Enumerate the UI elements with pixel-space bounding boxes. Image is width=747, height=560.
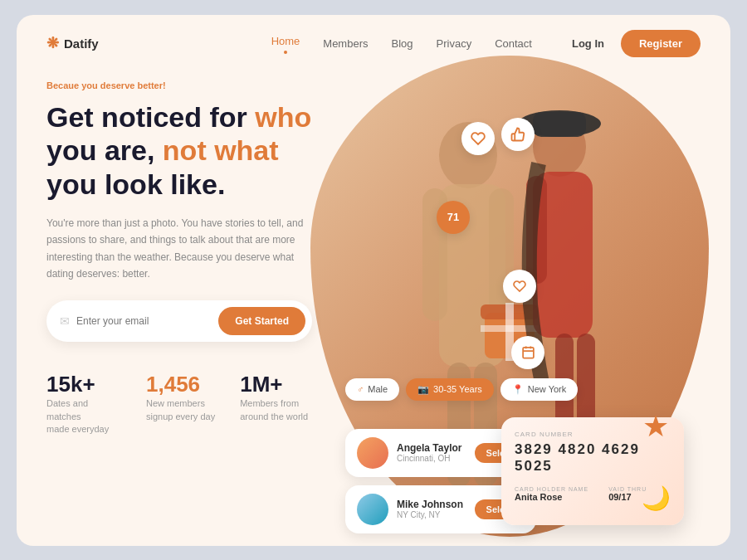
email-input[interactable] (76, 315, 218, 327)
card-holder-field: CARD HOLDER NAME Anita Rose (515, 486, 588, 502)
card-number: 3829 4820 4629 5025 (515, 441, 671, 475)
nav-link-members[interactable]: Members (323, 37, 368, 50)
email-icon: ✉ (60, 314, 70, 328)
stat-members: 1,456 New memberssignup every day (146, 372, 215, 436)
register-button[interactable]: Register (621, 30, 701, 57)
filter-gender-label: Male (368, 384, 388, 394)
filter-age[interactable]: 📷 30-35 Years (406, 378, 494, 401)
headline-part1: Get noticed for (46, 101, 255, 133)
hero-left: Becaue you deserve better! Get noticed f… (46, 72, 362, 546)
stat-world: 1M+ Members fromaround the world (240, 372, 308, 436)
page-wrapper: ❋ Datify Home Members Blog Privacy Conta… (17, 15, 730, 546)
stat-number-members: 1,456 (146, 372, 215, 397)
location-icon: 📍 (512, 384, 524, 395)
login-button[interactable]: Log In (572, 37, 604, 50)
svg-rect-12 (533, 112, 586, 137)
filter-location-label: New York (528, 384, 566, 394)
headline-part3: you look like. (46, 168, 225, 200)
headline-part2: you are, (46, 134, 163, 166)
svg-rect-3 (489, 188, 514, 321)
nav-actions: Log In Register (572, 30, 701, 57)
card-moon-icon: 🌙 (642, 485, 671, 512)
nav-item-privacy[interactable]: Privacy (437, 36, 472, 51)
get-started-button[interactable]: Get Started (218, 307, 305, 335)
member-location-mike: NY City, NY (397, 510, 466, 519)
float-icon-calendar (511, 336, 544, 369)
float-icon-heart (461, 122, 495, 155)
stat-dates: 15k+ Dates and matchesmade everyday (46, 372, 121, 436)
stat-label-members: New memberssignup every day (146, 397, 215, 423)
stat-label-dates: Dates and matchesmade everyday (46, 397, 121, 436)
float-icon-love (503, 270, 536, 303)
member-info-angela: Angela Taylor Cincinnati, OH (397, 442, 466, 463)
age-icon: 📷 (417, 384, 429, 395)
headline-highlight1: who (255, 101, 311, 133)
avatar-mike (357, 494, 388, 525)
stat-number-dates: 15k+ (46, 372, 121, 397)
nav-item-members[interactable]: Members (323, 36, 368, 51)
logo-icon: ❋ (46, 34, 59, 52)
credit-card: ★ CARD NUMBER 3829 4820 4629 5025 CARD H… (501, 417, 684, 525)
nav-link-blog[interactable]: Blog (392, 37, 413, 50)
card-holder-label: CARD HOLDER NAME (515, 486, 588, 492)
member-name-mike: Mike Johnson (397, 499, 466, 510)
member-info-mike: Mike Johnson NY City, NY (397, 499, 466, 519)
avatar-angela (357, 437, 388, 469)
notification-count: 71 (447, 211, 459, 223)
member-name-angela: Angela Taylor (397, 442, 466, 454)
logo[interactable]: ❋ Datify (46, 34, 99, 52)
svg-rect-17 (523, 348, 534, 358)
headline-highlight2: not what (163, 134, 279, 166)
nav-link-contact[interactable]: Contact (495, 37, 532, 50)
nav-item-contact[interactable]: Contact (495, 36, 532, 51)
member-location-angela: Cincinnati, OH (397, 454, 466, 463)
stats-section: 15k+ Dates and matchesmade everyday 1,45… (46, 372, 362, 436)
hero-right: 71 ♂ Male 📷 30-35 Years 📍 (362, 72, 701, 546)
nav-link-privacy[interactable]: Privacy (437, 37, 472, 50)
tagline: Becaue you deserve better! (46, 80, 362, 90)
nav-links: Home Members Blog Privacy Contact (271, 33, 532, 54)
nav-item-home[interactable]: Home (271, 33, 300, 54)
nav-link-home[interactable]: Home (271, 35, 300, 47)
filter-age-label: 30-35 Years (433, 384, 482, 394)
brand-name: Datify (64, 37, 99, 51)
headline: Get noticed for who you are, not what yo… (46, 100, 362, 202)
filter-pills: ♂ Male 📷 30-35 Years 📍 New York (345, 378, 578, 401)
float-icon-chat: 71 (437, 201, 470, 234)
hero-description: You're more than just a photo. You have … (46, 215, 312, 283)
stat-number-world: 1M+ (240, 372, 308, 397)
hero-section: Becaue you deserve better! Get noticed f… (17, 72, 730, 546)
nav-item-blog[interactable]: Blog (392, 36, 413, 51)
card-holder-value: Anita Rose (515, 492, 588, 502)
email-form: ✉ Get Started (46, 300, 312, 342)
stat-label-world: Members fromaround the world (240, 397, 308, 423)
float-icon-like (501, 118, 535, 151)
filter-location[interactable]: 📍 New York (500, 378, 578, 401)
navbar: ❋ Datify Home Members Blog Privacy Conta… (17, 15, 730, 72)
card-star-icon: ★ (642, 409, 676, 442)
gender-icon: ♂ (357, 384, 364, 394)
filter-gender[interactable]: ♂ Male (345, 378, 399, 401)
